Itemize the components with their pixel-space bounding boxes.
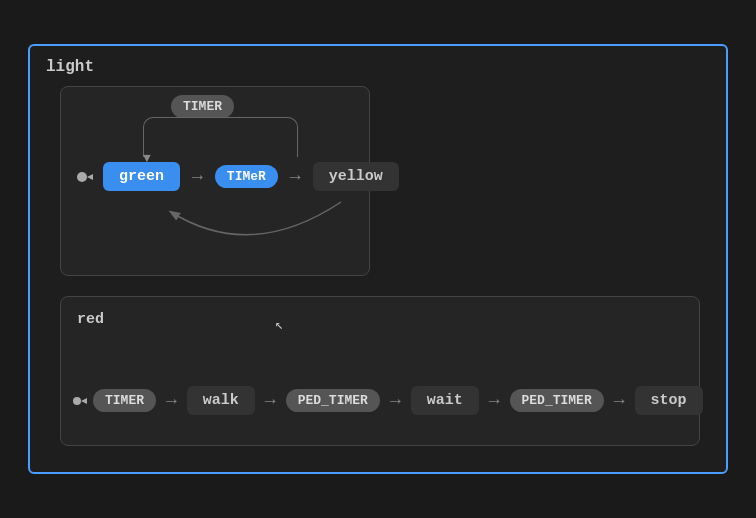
initial-marker bbox=[75, 166, 97, 188]
walk-state[interactable]: walk bbox=[187, 386, 255, 415]
diagram-title: light bbox=[46, 58, 94, 76]
svg-point-0 bbox=[77, 172, 87, 182]
ped-timer2-badge[interactable]: PED_TIMER bbox=[510, 389, 604, 412]
self-loop-timer-label: TIMER bbox=[171, 95, 234, 118]
timer-badge-bottom[interactable]: TIMER bbox=[93, 389, 156, 412]
initial-circle bbox=[71, 392, 89, 410]
self-loop-arc bbox=[143, 117, 298, 157]
wait-state[interactable]: wait bbox=[411, 386, 479, 415]
svg-marker-4 bbox=[81, 398, 87, 404]
ped-row: TIMER → walk → PED_TIMER → wait → PED_TI… bbox=[71, 386, 703, 415]
walk-to-ped1-arrow: → bbox=[265, 391, 276, 411]
bottom-region: red TIMER → walk → PED_TIMER → wait → bbox=[60, 296, 700, 446]
timer-to-walk-arrow: → bbox=[166, 391, 177, 411]
red-state-label: red bbox=[77, 311, 104, 328]
ped-timer1-badge[interactable]: PED_TIMER bbox=[286, 389, 380, 412]
ped2-to-stop-arrow: → bbox=[614, 391, 625, 411]
svg-marker-1 bbox=[87, 174, 93, 180]
top-region: TIMER ▼ green → TIMeR → yellow bbox=[60, 86, 370, 276]
stop-state[interactable]: stop bbox=[635, 386, 703, 415]
ped1-to-wait-arrow: → bbox=[390, 391, 401, 411]
diagram-container: light TIMER ▼ green → TIMeR → bbox=[28, 44, 728, 474]
initial-arrow-group: TIMER → bbox=[71, 389, 183, 412]
self-loop-timer-badge: TIMER bbox=[171, 97, 234, 115]
svg-point-3 bbox=[73, 397, 81, 405]
wait-to-ped2-arrow: → bbox=[489, 391, 500, 411]
yellow-to-green-arc bbox=[111, 182, 351, 252]
